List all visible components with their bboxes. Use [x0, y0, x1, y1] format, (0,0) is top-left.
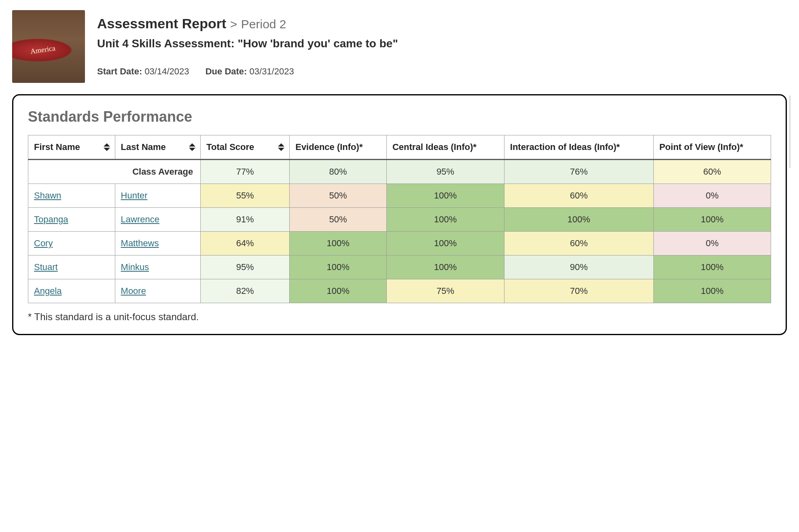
cell-total: 95% [201, 255, 290, 279]
avg-pov: 60% [653, 160, 771, 184]
col-interaction[interactable]: Interaction of Ideas (Info)* [504, 135, 653, 160]
sort-icon [278, 144, 284, 151]
cell-pov: 0% [653, 232, 771, 255]
class-average-row: Class Average77%80%95%76%60% [28, 160, 771, 184]
avg-central: 95% [386, 160, 504, 184]
cell-interaction: 90% [504, 255, 653, 279]
col-total-score-label: Total Score [206, 142, 254, 152]
performance-table: First Name Last Name Total Score Evidenc… [28, 135, 771, 303]
cell-interaction: 60% [504, 232, 653, 255]
avg-total: 77% [201, 160, 290, 184]
cell-evidence: 100% [290, 279, 387, 303]
title-line: Assessment Report > Period 2 [97, 16, 398, 32]
header-text: Assessment Report > Period 2 Unit 4 Skil… [97, 10, 398, 83]
student-last-name[interactable]: Minkus [115, 255, 201, 279]
table-row: ShawnHunter55%50%100%60%0% [28, 184, 771, 208]
col-evidence-label: Evidence (Info)* [295, 142, 362, 152]
col-last-name[interactable]: Last Name [115, 135, 201, 160]
col-evidence[interactable]: Evidence (Info)* [290, 135, 387, 160]
avg-evidence: 80% [290, 160, 387, 184]
report-header: Assessment Report > Period 2 Unit 4 Skil… [12, 10, 787, 83]
cell-total: 91% [201, 208, 290, 232]
cell-central: 100% [386, 184, 504, 208]
student-first-name[interactable]: Cory [28, 232, 115, 255]
table-row: CoryMatthews64%100%100%60%0% [28, 232, 771, 255]
avg-interaction: 76% [504, 160, 653, 184]
student-last-name[interactable]: Hunter [115, 184, 201, 208]
cell-pov: 100% [653, 255, 771, 279]
due-date-label: Due Date: [206, 66, 247, 76]
breadcrumb-sep: > [230, 17, 237, 31]
col-central-label: Central Ideas (Info)* [392, 142, 477, 152]
student-first-name[interactable]: Shawn [28, 184, 115, 208]
student-first-name[interactable]: Angela [28, 279, 115, 303]
cell-evidence: 50% [290, 208, 387, 232]
class-average-label: Class Average [28, 160, 201, 184]
col-interaction-label: Interaction of Ideas (Info)* [510, 142, 620, 152]
col-first-name[interactable]: First Name [28, 135, 115, 160]
cell-total: 55% [201, 184, 290, 208]
cell-interaction: 70% [504, 279, 653, 303]
cell-pov: 0% [653, 184, 771, 208]
table-header-row: First Name Last Name Total Score Evidenc… [28, 135, 771, 160]
student-first-name[interactable]: Stuart [28, 255, 115, 279]
sort-icon [104, 144, 110, 151]
student-last-name[interactable]: Lawrence [115, 208, 201, 232]
cell-pov: 100% [653, 208, 771, 232]
cell-central: 100% [386, 232, 504, 255]
start-date-label: Start Date: [97, 66, 142, 76]
assessment-thumbnail [12, 10, 85, 83]
col-central-ideas[interactable]: Central Ideas (Info)* [386, 135, 504, 160]
student-first-name[interactable]: Topanga [28, 208, 115, 232]
footnote: * This standard is a unit-focus standard… [28, 311, 771, 323]
page-title: Assessment Report [97, 16, 226, 31]
table-row: AngelaMoore82%100%75%70%100% [28, 279, 771, 303]
date-line: Start Date: 03/14/2023 Due Date: 03/31/2… [97, 66, 398, 77]
breadcrumb: Period 2 [241, 17, 286, 31]
cell-total: 64% [201, 232, 290, 255]
assessment-subtitle: Unit 4 Skills Assessment: "How 'brand yo… [97, 37, 398, 50]
cell-evidence: 50% [290, 184, 387, 208]
col-pov-label: Point of View (Info)* [659, 142, 743, 152]
cell-pov: 100% [653, 279, 771, 303]
table-row: StuartMinkus95%100%100%90%100% [28, 255, 771, 279]
cell-evidence: 100% [290, 255, 387, 279]
col-total-score[interactable]: Total Score [201, 135, 290, 160]
table-row: TopangaLawrence91%50%100%100%100% [28, 208, 771, 232]
standards-performance-panel: Standards Performance First Name Last Na… [12, 94, 787, 335]
scroll-hint [789, 95, 791, 168]
sort-icon [189, 144, 195, 151]
student-last-name[interactable]: Moore [115, 279, 201, 303]
student-last-name[interactable]: Matthews [115, 232, 201, 255]
cell-total: 82% [201, 279, 290, 303]
col-first-name-label: First Name [34, 142, 80, 152]
panel-heading: Standards Performance [28, 108, 771, 125]
due-date-value: 03/31/2023 [250, 66, 294, 76]
cell-central: 100% [386, 255, 504, 279]
cell-central: 75% [386, 279, 504, 303]
cell-interaction: 100% [504, 208, 653, 232]
start-date-value: 03/14/2023 [144, 66, 189, 76]
col-last-name-label: Last Name [121, 142, 166, 152]
col-pov[interactable]: Point of View (Info)* [653, 135, 771, 160]
cell-interaction: 60% [504, 184, 653, 208]
cell-evidence: 100% [290, 232, 387, 255]
cell-central: 100% [386, 208, 504, 232]
